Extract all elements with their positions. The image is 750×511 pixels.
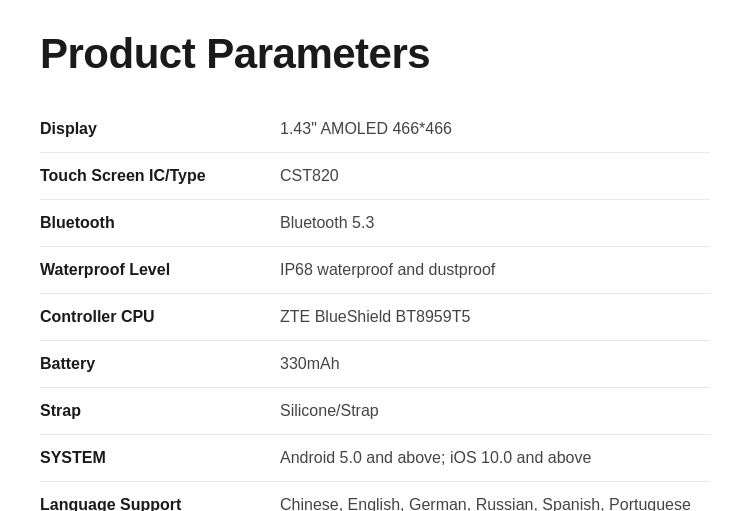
param-value: 330mAh: [260, 341, 710, 388]
param-label: Battery: [40, 341, 260, 388]
param-label: Strap: [40, 388, 260, 435]
table-row: Waterproof LevelIP68 waterproof and dust…: [40, 247, 710, 294]
param-value: Silicone/Strap: [260, 388, 710, 435]
table-row: Touch Screen IC/TypeCST820: [40, 153, 710, 200]
param-label: Touch Screen IC/Type: [40, 153, 260, 200]
param-value: IP68 waterproof and dustproof: [260, 247, 710, 294]
table-row: BluetoothBluetooth 5.3: [40, 200, 710, 247]
param-label: SYSTEM: [40, 435, 260, 482]
param-value: CST820: [260, 153, 710, 200]
table-row: StrapSilicone/Strap: [40, 388, 710, 435]
param-value: 1.43" AMOLED 466*466: [260, 106, 710, 153]
param-label: Controller CPU: [40, 294, 260, 341]
table-row: Controller CPUZTE BlueShield BT8959T5: [40, 294, 710, 341]
param-label: Waterproof Level: [40, 247, 260, 294]
table-row: Battery330mAh: [40, 341, 710, 388]
param-value: Bluetooth 5.3: [260, 200, 710, 247]
param-value: Chinese, English, German, Russian, Spani…: [260, 482, 710, 512]
param-value: Android 5.0 and above; iOS 10.0 and abov…: [260, 435, 710, 482]
param-label: Display: [40, 106, 260, 153]
param-value: ZTE BlueShield BT8959T5: [260, 294, 710, 341]
table-row: SYSTEMAndroid 5.0 and above; iOS 10.0 an…: [40, 435, 710, 482]
params-table: Display1.43" AMOLED 466*466Touch Screen …: [40, 106, 710, 511]
param-label: Language Support: [40, 482, 260, 512]
table-row: Display1.43" AMOLED 466*466: [40, 106, 710, 153]
param-label: Bluetooth: [40, 200, 260, 247]
page-title: Product Parameters: [40, 30, 710, 78]
table-row: Language SupportChinese, English, German…: [40, 482, 710, 512]
